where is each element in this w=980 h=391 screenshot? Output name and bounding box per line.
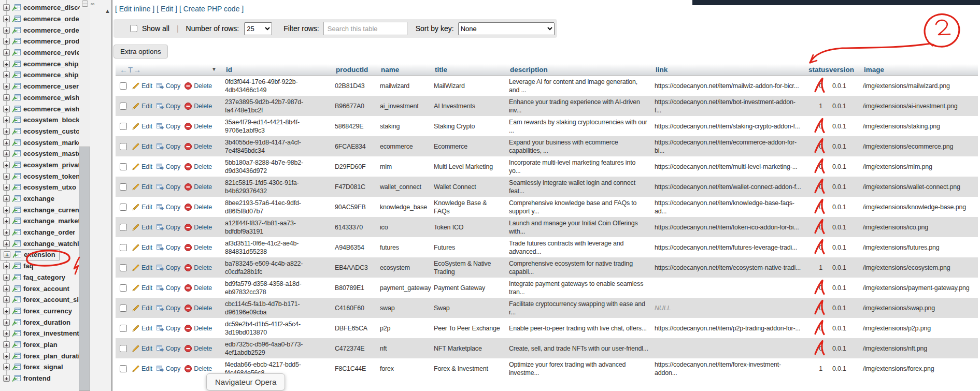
number-of-rows-select[interactable]: 25 (244, 22, 272, 35)
edit-link[interactable]: Edit (132, 284, 152, 292)
row-checkbox[interactable] (120, 264, 127, 271)
delete-link[interactable]: Delete (184, 304, 212, 312)
expand-icon[interactable]: + (3, 229, 10, 236)
expand-icon[interactable]: + (3, 71, 10, 78)
tree-item-ecommerce_user_discou[interactable]: +ecommerce_user_discou (0, 81, 80, 92)
column-header-description[interactable]: description (506, 64, 651, 76)
edit-link[interactable]: Edit (132, 102, 152, 110)
tree-item-ecosystem_private_ledge[interactable]: +ecosystem_private_ledge (0, 160, 80, 171)
tree-item-label[interactable]: ecosystem_token (23, 172, 80, 180)
copy-link[interactable]: Copy (156, 183, 180, 191)
row-checkbox[interactable] (120, 284, 127, 292)
sidebar-scrollbar-thumb[interactable] (79, 147, 90, 391)
expand-icon[interactable]: + (3, 364, 10, 370)
expand-icon[interactable]: + (3, 319, 10, 326)
filter-rows-input[interactable] (323, 22, 407, 35)
expand-icon[interactable]: + (3, 49, 10, 56)
expand-icon[interactable]: + (3, 296, 10, 303)
delete-link[interactable]: Delete (184, 284, 212, 292)
delete-link[interactable]: Delete (184, 183, 212, 191)
copy-link[interactable]: Copy (156, 203, 180, 211)
row-checkbox[interactable] (120, 103, 127, 110)
delete-link[interactable]: Delete (184, 365, 212, 373)
edit-link[interactable]: Edit (132, 122, 152, 131)
tree-item-ecosystem_market[interactable]: +ecosystem_market (0, 137, 80, 148)
column-move-icon[interactable]: ←T→ (120, 65, 141, 74)
column-header-id[interactable]: id (222, 64, 332, 76)
copy-link[interactable]: Copy (156, 102, 180, 110)
tree-item-label[interactable]: forex_signal (23, 363, 63, 371)
tree-item-forex_duration[interactable]: +forex_duration (0, 316, 80, 328)
row-checkbox[interactable] (120, 365, 127, 372)
tree-item-label[interactable]: forex_investment (23, 329, 79, 337)
edit-link[interactable]: Edit (132, 365, 152, 373)
column-header-productId[interactable]: productId (332, 64, 377, 76)
expand-icon[interactable]: + (3, 353, 10, 359)
show-all-label[interactable]: Show all (142, 24, 169, 33)
tree-item-ecommerce_order_item[interactable]: +ecommerce_order_item (0, 24, 80, 36)
expand-icon[interactable]: + (3, 61, 10, 67)
tree-item-ecommerce_order[interactable]: +ecommerce_order (0, 13, 80, 25)
expand-icon[interactable]: + (3, 150, 10, 157)
expand-icon[interactable]: + (3, 106, 10, 112)
tree-item-faq_category[interactable]: +faq_category (0, 272, 80, 283)
column-header-name[interactable]: name (377, 64, 431, 76)
row-checkbox[interactable] (120, 143, 127, 150)
row-checkbox[interactable] (120, 204, 127, 211)
row-checkbox[interactable] (120, 325, 127, 332)
tree-item-ecosystem_token[interactable]: +ecosystem_token (0, 170, 80, 182)
delete-link[interactable]: Delete (184, 163, 212, 171)
expand-icon[interactable]: + (3, 117, 10, 123)
tree-item-label[interactable]: exchange_market (23, 217, 80, 225)
expand-icon[interactable]: + (3, 83, 10, 90)
delete-link[interactable]: Delete (184, 102, 212, 110)
tree-item-ecommerce_review[interactable]: +ecommerce_review (0, 47, 80, 59)
expand-icon[interactable]: + (3, 16, 10, 22)
tree-item-ecommerce_product[interactable]: +ecommerce_product (0, 36, 80, 47)
tree-item-forex_plan_duration[interactable]: +forex_plan_duration (0, 350, 80, 361)
tree-item-label[interactable]: ecosystem_private_ledge (23, 161, 80, 169)
tree-item-ecosystem_utxo[interactable]: +ecosystem_utxo (0, 182, 80, 193)
copy-link[interactable]: Copy (156, 243, 180, 252)
tree-item-exchange_order[interactable]: +exchange_order (0, 227, 80, 238)
tree-item-ecommerce_shipping[interactable]: +ecommerce_shipping (0, 58, 80, 69)
tree-item-frontend[interactable]: +frontend (0, 373, 80, 384)
tree-item-forex_account_signal[interactable]: +forex_account_signal (0, 294, 80, 306)
tree-item-label[interactable]: ecommerce_product (23, 37, 80, 45)
edit-link[interactable]: Edit (132, 183, 152, 191)
edit-bar-link[interactable]: [ Create PHP code ] (179, 5, 244, 13)
row-checkbox[interactable] (120, 183, 127, 191)
expand-icon[interactable]: + (3, 341, 10, 348)
copy-link[interactable]: Copy (156, 223, 180, 231)
tree-item-label[interactable]: forex_account (23, 285, 69, 293)
expand-icon[interactable]: + (3, 128, 10, 135)
delete-link[interactable]: Delete (184, 82, 212, 90)
expand-icon[interactable]: + (3, 173, 10, 180)
tree-item-label[interactable]: exchange_order (23, 228, 75, 236)
edit-bar-link[interactable]: [ Edit ] (157, 5, 177, 13)
show-all-checkbox[interactable] (130, 25, 137, 32)
expand-icon[interactable]: + (3, 184, 10, 191)
expand-icon[interactable]: + (3, 308, 10, 314)
expand-icon[interactable]: + (3, 4, 10, 11)
tree-item-ecommerce_wishlist[interactable]: +ecommerce_wishlist (0, 92, 80, 104)
tree-item-label[interactable]: faq_category (23, 273, 65, 281)
delete-link[interactable]: Delete (184, 324, 212, 332)
tree-item-exchange_currency[interactable]: +exchange_currency (0, 204, 80, 215)
expand-icon[interactable]: + (3, 375, 10, 382)
copy-link[interactable]: Copy (156, 284, 180, 292)
row-checkbox[interactable] (120, 123, 127, 130)
tree-item-label[interactable]: forex_account_signal (23, 296, 80, 303)
delete-link[interactable]: Delete (184, 264, 212, 272)
tree-item-exchange_market[interactable]: +exchange_market (0, 215, 80, 227)
row-checkbox[interactable] (120, 224, 127, 231)
edit-bar-link[interactable]: [ Edit inline ] (115, 5, 154, 13)
expand-icon[interactable]: + (3, 218, 10, 224)
column-header-version[interactable]: version (825, 64, 860, 76)
column-reorder-header[interactable]: ←T→▼ (116, 64, 222, 76)
row-checkbox[interactable] (120, 82, 127, 90)
tree-item-label[interactable]: faq (23, 262, 34, 270)
expand-icon[interactable]: + (3, 285, 10, 292)
tree-item-ecommerce_wishlist_item[interactable]: +ecommerce_wishlist_item (0, 103, 80, 114)
edit-link[interactable]: Edit (132, 223, 152, 231)
